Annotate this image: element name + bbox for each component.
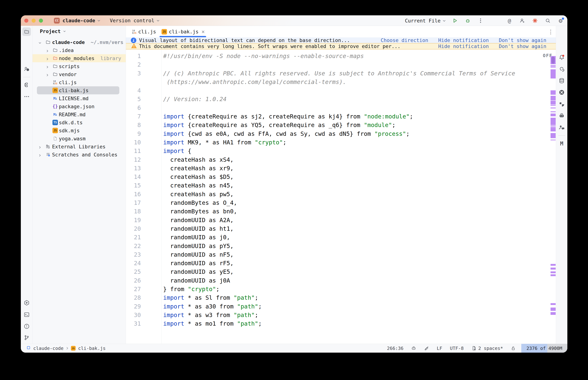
tree-chevron-icon[interactable] <box>46 47 49 53</box>
caret-position[interactable]: 266:36 <box>387 346 404 351</box>
code-text[interactable]: createHash as pw5, <box>161 190 234 199</box>
copilot-status-icon[interactable] <box>411 346 416 351</box>
tab-options-icon[interactable]: ⋮ <box>548 28 553 35</box>
tab-cli-js[interactable]: 100JScli.js <box>132 26 156 38</box>
code-text[interactable]: import * as Sl from "path"; <box>161 293 258 302</box>
terminal-icon[interactable] <box>23 311 30 318</box>
code-text[interactable] <box>161 86 163 95</box>
scroll-mark[interactable] <box>550 140 556 140</box>
code-text[interactable]: randomUUID as A2A, <box>161 216 234 225</box>
tree-chevron-icon[interactable] <box>46 63 49 69</box>
line-number[interactable]: 7 <box>126 112 161 121</box>
line-number[interactable]: 10 <box>126 138 161 147</box>
line-number[interactable]: 2 <box>126 60 161 69</box>
line-number[interactable]: 18 <box>126 207 161 216</box>
line-number[interactable]: 19 <box>126 216 161 225</box>
scroll-mark[interactable] <box>550 133 556 138</box>
scroll-mark[interactable] <box>550 105 556 106</box>
line-number[interactable]: 20 <box>126 225 161 233</box>
line-separator-selector[interactable]: LF <box>437 346 442 351</box>
code-text[interactable]: import * as mo1 from "path"; <box>161 319 262 328</box>
tree-item-readme-md[interactable]: M↓README.md <box>33 111 126 118</box>
tree-item-cli-js[interactable]: 100JScli.js <box>33 78 126 86</box>
line-number[interactable]: 5 <box>126 95 161 103</box>
scroll-mark[interactable] <box>550 90 556 95</box>
line-number[interactable]: 16 <box>126 190 161 199</box>
line-number[interactable]: 13 <box>126 164 161 173</box>
code-text[interactable]: (https://www.anthropic.com/legal/commerc… <box>161 78 346 86</box>
version-control-menu[interactable]: Version control <box>110 18 154 23</box>
tree-item-node-modules[interactable]: node_modules library <box>33 54 126 62</box>
tree-item-vendor[interactable]: vendor <box>33 70 126 78</box>
tree-item-scratches-and-consoles[interactable]: Scratches and Consoles <box>33 151 126 159</box>
scroll-mark[interactable] <box>550 128 556 132</box>
scroll-mark[interactable] <box>550 312 556 315</box>
code-text[interactable]: import * as w3 from "path"; <box>161 311 258 319</box>
scroll-mark[interactable] <box>550 65 556 66</box>
tree-item-sdk-d-ts[interactable]: TSsdk.d.ts <box>33 118 126 127</box>
scroll-mark[interactable] <box>550 125 556 126</box>
scroll-mark[interactable] <box>550 114 556 116</box>
code-text[interactable]: randomUUID as nF5, <box>161 250 234 259</box>
line-number[interactable]: 29 <box>126 302 161 311</box>
indent-selector[interactable]: 2 spaces* <box>471 346 503 351</box>
breadcrumb-file[interactable]: cli-bak.js <box>78 346 106 351</box>
tree-item--idea[interactable]: .idea <box>33 46 126 54</box>
git-branch-icon[interactable] <box>23 334 30 341</box>
learn-icon[interactable]: ? <box>23 66 30 73</box>
tree-chevron-icon[interactable] <box>39 144 41 150</box>
line-number[interactable]: 14 <box>126 173 161 181</box>
run-configuration-selector[interactable]: Current File <box>405 18 441 23</box>
line-number[interactable]: 26 <box>126 276 161 285</box>
code-text[interactable]: randomUUID as j0A <box>161 276 230 285</box>
line-number[interactable]: 25 <box>126 267 161 276</box>
code-text[interactable] <box>161 104 163 112</box>
scroll-mark[interactable] <box>550 274 556 276</box>
line-number[interactable]: 9 <box>126 130 161 138</box>
line-number[interactable]: 3 <box>126 69 161 78</box>
code-text[interactable]: createHash as n45, <box>161 181 234 190</box>
scrollbar-error-stripe[interactable] <box>550 49 556 344</box>
more-actions-icon[interactable] <box>477 17 484 24</box>
code-text[interactable]: #!/usr/bin/env -S node --no-warnings --e… <box>161 52 364 60</box>
codex-icon[interactable] <box>558 89 565 96</box>
banner-link[interactable]: Don't show again <box>499 38 546 43</box>
code-text[interactable]: createHash as xS4, <box>161 155 234 164</box>
line-number[interactable]: 24 <box>126 259 161 267</box>
tab-cli-bak-js[interactable]: JScli-bak.js× <box>162 26 205 38</box>
code-text[interactable]: randomBytes as O_4, <box>161 199 237 207</box>
encoding-selector[interactable]: UTF-8 <box>450 346 464 351</box>
code-text[interactable]: import * as a30 from "path"; <box>161 302 262 311</box>
tree-chevron-icon[interactable] <box>39 39 41 45</box>
scroll-mark[interactable] <box>550 303 556 305</box>
scroll-pill[interactable] <box>551 57 555 64</box>
project-panel-header[interactable]: Project <box>40 28 66 34</box>
code-text[interactable]: import {createRequire as YQ5, createRequ… <box>161 121 396 129</box>
code-text[interactable]: randomUUID as pY5, <box>161 242 234 250</box>
code-text[interactable]: // (c) Anthropic PBC. All rights reserve… <box>161 69 515 78</box>
plugin-icon[interactable] <box>558 101 565 108</box>
more-tool-windows-icon[interactable] <box>23 93 30 100</box>
scroll-mark[interactable] <box>550 108 556 108</box>
code-text[interactable]: } from "crypto"; <box>161 285 220 293</box>
problems-icon[interactable] <box>23 323 30 330</box>
project-menu[interactable]: claude-code <box>62 18 95 23</box>
minimize-window-button[interactable] <box>32 19 36 23</box>
project-tool-button[interactable] <box>22 27 31 36</box>
banner-link[interactable]: Choose direction <box>381 38 428 43</box>
line-number[interactable]: 22 <box>126 242 161 250</box>
highlighting-level-icon[interactable] <box>424 346 429 351</box>
line-number[interactable]: 30 <box>126 311 161 319</box>
line-number[interactable]: 31 <box>126 319 161 328</box>
line-number[interactable]: 23 <box>126 250 161 259</box>
close-window-button[interactable] <box>24 19 28 23</box>
tree-item-cli-bak-js[interactable]: JScli-bak.js <box>33 86 126 94</box>
scroll-mark[interactable] <box>550 101 556 104</box>
search-icon[interactable] <box>544 17 551 24</box>
banner-link[interactable]: Hide notification <box>438 38 489 43</box>
code-text[interactable]: import {cwd as e0A, cwd as FfA, cwd as S… <box>161 130 410 138</box>
code-text[interactable]: randomUUID as j0, <box>161 233 230 242</box>
line-number[interactable]: 4 <box>126 86 161 95</box>
scroll-mark[interactable] <box>550 267 556 269</box>
code-text[interactable]: randomUUID as rF5, <box>161 259 234 267</box>
